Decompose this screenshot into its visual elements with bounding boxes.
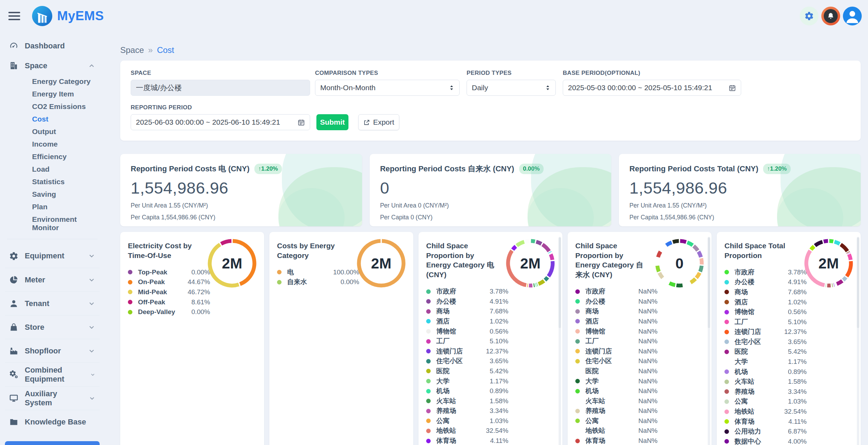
sidebar-subitem-cost[interactable]: Cost (5, 113, 100, 125)
donut-segment[interactable] (673, 241, 679, 242)
sidebar-item-store[interactable]: Store (5, 315, 100, 339)
donut-segment[interactable] (680, 241, 686, 242)
legend-item[interactable]: Top-Peak0.00% (128, 267, 210, 277)
legend-item[interactable]: 医院5.42% (724, 347, 807, 357)
legend-item[interactable]: On-Peak44.67% (128, 277, 210, 287)
legend-scrollbar[interactable] (708, 237, 710, 445)
legend-item[interactable]: 办公楼4.91% (426, 296, 508, 306)
settings-button[interactable] (800, 7, 819, 25)
sidebar-subitem-efficiency[interactable]: Efficiency (5, 150, 100, 163)
donut-segment[interactable] (835, 242, 840, 244)
legend-item[interactable]: 火车站NaN% (575, 396, 658, 406)
legend-scrollbar[interactable] (559, 237, 561, 445)
donut-segment[interactable] (694, 246, 698, 251)
legend-item[interactable]: 医院NaN% (575, 366, 658, 376)
donut-segment[interactable] (525, 241, 530, 242)
donut-segment[interactable] (550, 252, 550, 252)
user-avatar[interactable] (843, 7, 862, 25)
legend-item[interactable]: 办公楼NaN% (575, 296, 658, 306)
sidebar-item-equipment[interactable]: Equipment (5, 244, 100, 268)
legend-item[interactable]: 自来水0.00% (277, 277, 359, 287)
legend-item[interactable]: 养殖场3.34% (724, 387, 807, 397)
donut-segment[interactable] (545, 277, 548, 280)
legend-scrollbar-thumb[interactable] (708, 237, 710, 328)
donut-segment[interactable] (699, 252, 701, 257)
legend-item[interactable]: 养殖场3.34% (426, 406, 508, 416)
legend-item[interactable]: 市政府3.78% (724, 267, 807, 277)
sidebar-subitem-saving[interactable]: Saving (5, 188, 100, 201)
legend-item[interactable]: 博物馆0.56% (426, 326, 508, 336)
legend-item[interactable]: 体育场4.11% (426, 436, 508, 445)
space-input[interactable]: 一度城/办公楼 (131, 80, 310, 96)
brand-logo[interactable]: MyEMS (31, 5, 104, 27)
sidebar-subitem-environment-monitor[interactable]: Environment Monitor (5, 213, 100, 234)
donut-segment[interactable] (849, 254, 851, 260)
legend-item[interactable]: Deep-Valley0.00% (128, 307, 210, 317)
legend-item[interactable]: 电100.00% (277, 267, 359, 277)
donut-segment[interactable] (815, 242, 822, 245)
legend-scrollbar-thumb[interactable] (559, 237, 561, 328)
donut-segment[interactable] (847, 261, 851, 276)
export-button[interactable]: Export (358, 114, 399, 130)
notifications-button[interactable] (821, 7, 840, 25)
donut-segment[interactable] (657, 266, 659, 272)
donut-segment[interactable] (824, 241, 828, 242)
legend-item[interactable]: 工厂5.10% (724, 317, 807, 327)
legend-item[interactable]: 地铁站NaN% (575, 426, 658, 436)
donut-segment[interactable] (666, 242, 671, 245)
legend-item[interactable]: 养殖场NaN% (575, 406, 658, 416)
legend-item[interactable]: 火车站1.58% (724, 377, 807, 387)
legend-item[interactable]: 商场7.68% (724, 287, 807, 297)
menu-toggle-icon[interactable] (8, 11, 22, 21)
legend-item[interactable]: 商场7.68% (426, 306, 508, 317)
donut-segment[interactable] (548, 261, 553, 276)
legend-item[interactable]: 连锁门店NaN% (575, 346, 658, 356)
legend-item[interactable]: 酒店1.02% (724, 297, 807, 307)
sidebar-subitem-output[interactable]: Output (5, 125, 100, 138)
donut-segment[interactable] (537, 284, 538, 285)
legend-item[interactable]: 火车站1.58% (426, 396, 508, 406)
comparison-types-select[interactable]: Month-On-Month (315, 80, 460, 96)
legend-item[interactable]: 大学1.17% (426, 376, 508, 386)
legend-item[interactable]: 大学1.17% (724, 357, 807, 367)
legend-item[interactable]: 市政府NaN% (575, 287, 658, 297)
period-types-select[interactable]: Daily (467, 80, 556, 96)
legend-item[interactable]: 博物馆NaN% (575, 326, 658, 336)
donut-segment[interactable] (700, 266, 701, 272)
donut-segment[interactable] (837, 281, 842, 284)
legend-item[interactable]: 酒店NaN% (575, 317, 658, 327)
legend-scrollbar-thumb[interactable] (857, 237, 859, 328)
sidebar-item-knowledge-base[interactable]: Knowledge Base (5, 410, 100, 434)
reporting-period-input[interactable]: 2025-06-03 00:00:00 ~ 2025-06-10 15:49:2… (131, 114, 310, 130)
legend-item[interactable]: 办公楼4.91% (724, 277, 807, 287)
legend-item[interactable]: 住宅小区NaN% (575, 356, 658, 366)
donut-segment[interactable] (538, 281, 544, 284)
legend-item[interactable]: 住宅小区3.65% (426, 356, 508, 366)
donut-segment[interactable] (551, 254, 553, 260)
legend-item[interactable]: 大学NaN% (575, 376, 658, 386)
donut-segment[interactable] (531, 241, 535, 241)
sidebar-subitem-income[interactable]: Income (5, 138, 100, 150)
donut-segment[interactable] (517, 242, 524, 245)
donut-segment[interactable] (687, 242, 692, 245)
donut-segment[interactable] (701, 258, 702, 264)
sidebar-subitem-plan[interactable]: Plan (5, 201, 100, 213)
donut-segment[interactable] (696, 273, 700, 278)
legend-item[interactable]: Off-Peak8.61% (128, 297, 210, 307)
legend-item[interactable]: 公寓NaN% (575, 416, 658, 426)
donut-segment[interactable] (848, 252, 848, 252)
legend-item[interactable]: 机场0.89% (724, 367, 807, 377)
legend-item[interactable]: Mid-Peak46.72% (128, 287, 210, 297)
legend-item[interactable]: 连锁门店12.37% (426, 346, 508, 356)
sidebar-item-space[interactable]: Space (5, 58, 100, 73)
base-period-input[interactable]: 2025-05-03 00:00:00 ~ 2025-05-10 15:49:2… (563, 80, 741, 96)
legend-item[interactable]: 市政府3.78% (426, 287, 508, 297)
legend-item[interactable]: 体育场NaN% (575, 436, 658, 445)
legend-item[interactable]: 机场NaN% (575, 386, 658, 396)
donut-segment[interactable] (536, 242, 541, 244)
donut-segment[interactable] (843, 277, 846, 280)
legend-item[interactable]: 博物馆0.56% (724, 307, 807, 317)
donut-segment[interactable] (691, 279, 696, 283)
sidebar-item-tenant[interactable]: Tenant (5, 291, 100, 315)
legend-item[interactable]: 公寓1.03% (426, 416, 508, 426)
